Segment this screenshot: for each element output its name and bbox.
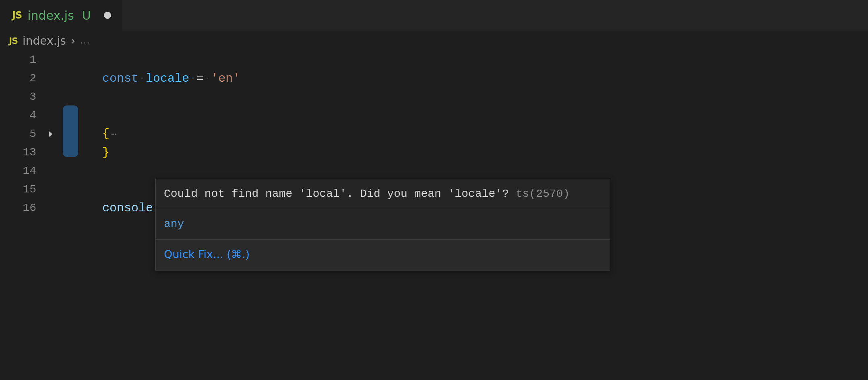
code-line[interactable]: 13 } [0,143,868,162]
line-number: 2 [0,69,43,88]
chevron-right-icon[interactable] [46,130,55,138]
tab-bar-empty [123,0,868,31]
line-number: 3 [0,88,43,106]
code-line[interactable]: 14 [0,162,868,180]
tab-bar: JS index.js U [0,0,868,31]
token-operator: = [196,72,204,85]
breadcrumb[interactable]: JS index.js › ... [0,31,868,51]
chevron-right-icon: › [71,34,75,48]
js-file-icon: JS [12,10,22,21]
whitespace-dot: · [189,72,196,85]
code-editor[interactable]: 1 2 const·locale·=·'en' 3 4 5 {⋯ 13 [0,51,868,217]
fold-gutter[interactable] [43,130,59,138]
quick-fix-row[interactable]: Quick Fix... (⌘.) [156,240,610,270]
breadcrumb-filename: index.js [23,34,66,48]
line-number: 4 [0,106,43,125]
code-line[interactable]: 3 [0,88,868,106]
line-number: 15 [0,180,43,199]
diagnostic-hover: Could not find name 'local'. Did you mea… [155,179,610,271]
diagnostic-text: Could not find name 'local'. Did you mea… [164,188,516,200]
whitespace-dot: · [204,72,211,85]
code-line[interactable]: 2 const·locale·=·'en' [0,69,868,88]
token-brace: { [102,127,110,140]
breadcrumb-more[interactable]: ... [80,36,90,45]
line-number: 16 [0,199,43,217]
token-type: any [164,218,184,230]
line-number: 5 [0,125,43,143]
editor-tab[interactable]: JS index.js U [0,0,123,31]
diagnostic-message: Could not find name 'local'. Did you mea… [156,179,610,209]
tab-git-status: U [82,8,91,23]
hover-type-info: any [156,209,610,240]
line-number: 13 [0,143,43,162]
js-file-icon: JS [9,36,18,46]
line-number: 14 [0,162,43,180]
unsaved-dot-icon [104,12,111,19]
token-brace: } [102,146,110,159]
line-number: 1 [0,51,43,69]
token-variable: locale [146,72,189,85]
folded-ellipsis-icon[interactable]: ⋯ [111,130,117,140]
whitespace-dot: · [138,72,146,85]
token-string: 'en' [211,72,240,85]
token-keyword: const [102,72,138,85]
tab-filename: index.js [27,8,74,23]
diagnostic-code: ts(2570) [516,188,570,200]
quick-fix-link[interactable]: Quick Fix... (⌘.) [164,248,250,260]
token-object: console [102,201,153,215]
